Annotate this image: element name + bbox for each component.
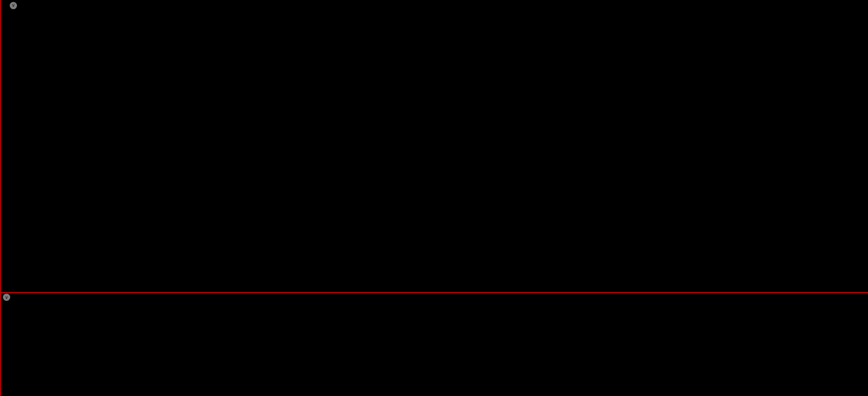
main-candlestick-chart[interactable] [0,0,868,293]
chevron-down-icon[interactable]: ∨ [10,2,17,9]
panel-separator[interactable] [0,292,868,293]
indicator-chart[interactable] [0,302,868,396]
panel-left-border [0,0,1,396]
indicator-header: ∨ [3,293,19,301]
chevron-down-icon[interactable]: ∨ [3,294,10,301]
main-chart-header: ∨ [3,1,23,10]
trading-app-window: ∨ ∨ [0,0,868,396]
